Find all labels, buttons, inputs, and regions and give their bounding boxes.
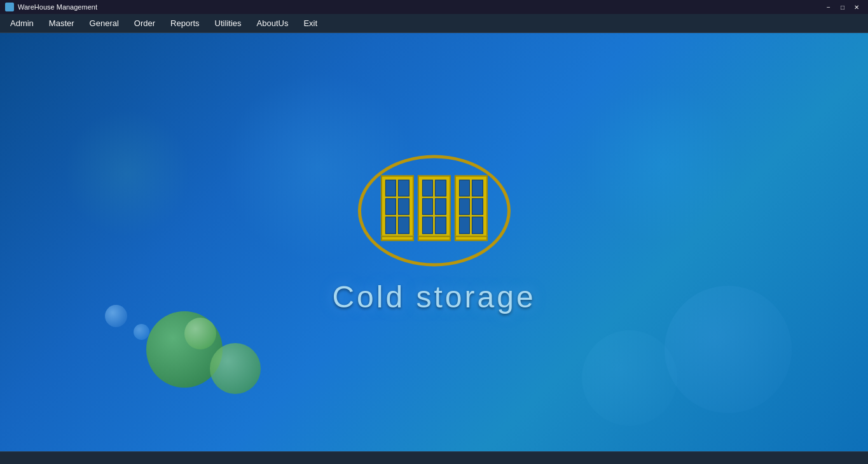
menu-item-admin[interactable]: Admin [3,16,41,31]
menu-item-master[interactable]: Master [41,16,82,31]
menu-bar: Admin Master General Order Reports Utili… [0,14,868,33]
bubble-green-small [184,318,216,349]
title-bar-controls: − □ ✕ [822,3,863,11]
window [472,198,483,214]
window [398,217,410,234]
building-2-base [418,236,451,241]
window [459,217,471,234]
minimize-button[interactable]: − [822,3,835,11]
window [472,179,483,196]
title-bar-title: WareHouse Management [18,3,97,11]
building-2 [418,175,451,241]
building-2-body [418,175,451,236]
building-1-base [381,236,414,241]
window [435,179,446,196]
window [422,198,434,214]
menu-item-general[interactable]: General [82,16,127,31]
window [459,179,471,196]
menu-item-utilities[interactable]: Utilities [207,16,249,31]
app-icon [5,3,14,11]
building-3 [455,175,488,241]
bg-decoration-3 [64,109,191,237]
menu-item-exit[interactable]: Exit [296,16,325,31]
window [435,198,446,214]
bg-decoration-2 [582,84,741,243]
window [398,198,410,214]
maximize-button[interactable]: □ [836,3,849,11]
window [435,217,446,234]
title-bar-left: WareHouse Management [5,3,97,11]
title-bar: WareHouse Management − □ ✕ [0,0,868,14]
window [472,217,483,234]
center-logo: Cold storage [332,155,535,314]
bubble-green-medium [210,343,261,394]
window [385,179,397,196]
bubble-right-large [665,286,792,413]
window [422,179,434,196]
status-bar [0,451,868,464]
menu-item-order[interactable]: Order [127,16,163,31]
menu-item-reports[interactable]: Reports [163,16,207,31]
window [398,179,410,196]
building-1-body [381,175,414,236]
app-title: Cold storage [332,279,535,314]
window [385,198,397,214]
window [385,217,397,234]
logo-oval [358,155,511,266]
buildings-container [381,175,488,246]
window [422,217,434,234]
building-1 [381,175,414,241]
building-3-body [455,175,488,236]
menu-item-aboutus[interactable]: AboutUs [249,16,296,31]
main-content: Cold storage [0,33,868,451]
bubble-blue-small [105,305,127,327]
close-button[interactable]: ✕ [850,3,863,11]
bubble-right-medium [582,330,677,426]
building-3-base [455,236,488,241]
window [459,198,471,214]
bubble-blue-tiny [134,324,149,340]
